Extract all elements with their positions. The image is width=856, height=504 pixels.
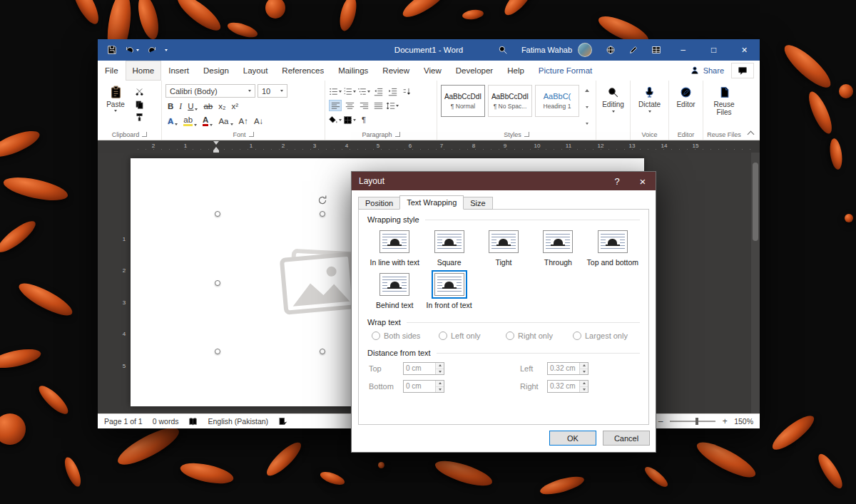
highlight-button[interactable]: ab <box>183 116 197 126</box>
wrap-option-in-line-with-text[interactable]: In line with text <box>367 227 422 267</box>
scrollbar-thumb[interactable] <box>753 163 758 241</box>
format-painter-icon[interactable] <box>135 113 144 122</box>
resize-handle-middle-left[interactable] <box>215 280 220 286</box>
numbering-button[interactable] <box>343 86 356 97</box>
tab-developer[interactable]: Developer <box>449 61 500 81</box>
strikethrough-button[interactable]: ab <box>203 102 213 110</box>
radio-both-sides[interactable]: Both sides <box>372 331 439 340</box>
close-button[interactable]: × <box>729 39 760 61</box>
word-count[interactable]: 0 words <box>153 417 179 426</box>
dialog-tab-size[interactable]: Size <box>463 197 492 210</box>
align-right-button[interactable] <box>357 100 370 111</box>
zoom-slider-thumb[interactable] <box>696 418 698 425</box>
font-name-select[interactable]: Calibri (Body) <box>165 84 255 98</box>
tab-review[interactable]: Review <box>375 61 417 81</box>
share-button[interactable]: Share <box>683 61 731 81</box>
minimize-button[interactable]: – <box>668 39 698 61</box>
collapse-ribbon-chevron[interactable] <box>748 131 755 138</box>
first-line-indent-marker[interactable] <box>213 141 219 145</box>
spinner-up[interactable] <box>580 381 588 387</box>
redo-icon[interactable] <box>147 45 157 55</box>
dialog-help-button[interactable]: ? <box>604 172 630 190</box>
page-indicator[interactable]: Page 1 of 1 <box>104 417 143 426</box>
change-case-button[interactable]: Aa <box>218 117 233 125</box>
resize-handle-bottom-center[interactable] <box>320 349 325 354</box>
paste-button[interactable]: Paste <box>101 83 130 129</box>
distance-right-input[interactable]: 0.32 cm <box>547 380 588 393</box>
language-indicator[interactable]: English (Pakistan) <box>208 417 268 426</box>
show-formatting-button[interactable]: ¶ <box>357 114 370 125</box>
cancel-button[interactable]: Cancel <box>603 431 650 446</box>
wrap-option-square[interactable]: Square <box>422 227 476 267</box>
vertical-scrollbar[interactable] <box>751 153 760 413</box>
tab-design[interactable]: Design <box>196 61 236 81</box>
underline-button[interactable]: U <box>188 102 198 110</box>
tab-mailings[interactable]: Mailings <box>331 61 375 81</box>
spinner-up[interactable] <box>436 363 444 369</box>
justify-button[interactable] <box>372 100 384 111</box>
comments-button[interactable] <box>731 63 754 78</box>
wrap-option-through[interactable]: Through <box>531 227 585 267</box>
presence-button[interactable] <box>599 39 622 61</box>
tab-file[interactable]: File <box>98 61 126 81</box>
grow-font-button[interactable]: A↑ <box>239 117 248 125</box>
shrink-font-button[interactable]: A↓ <box>254 117 263 125</box>
tab-home[interactable]: Home <box>126 61 162 81</box>
account-chip[interactable]: Fatima Wahab <box>514 43 599 57</box>
ok-button[interactable]: OK <box>549 431 596 446</box>
reuse-files-button[interactable]: Reuse Files <box>707 83 741 129</box>
wrap-option-tight[interactable]: Tight <box>477 227 531 267</box>
search-button[interactable] <box>491 39 514 61</box>
font-dialog-launcher[interactable] <box>249 132 254 137</box>
radio-left-only[interactable]: Left only <box>439 331 506 340</box>
spinner-up[interactable] <box>436 381 444 387</box>
tab-layout[interactable]: Layout <box>236 61 275 81</box>
bullets-button[interactable] <box>329 86 342 97</box>
distance-bottom-input[interactable]: 0 cm <box>403 380 444 393</box>
dictate-button[interactable]: Dictate <box>634 83 665 129</box>
zoom-slider[interactable] <box>670 421 715 422</box>
shading-button[interactable] <box>329 114 342 125</box>
spinner-down[interactable] <box>580 387 588 393</box>
copy-icon[interactable] <box>135 100 144 109</box>
radio-right-only[interactable]: Right only <box>506 331 573 340</box>
editing-button[interactable]: Editing <box>600 83 626 129</box>
save-icon[interactable] <box>107 45 117 55</box>
dialog-tab-position[interactable]: Position <box>358 197 400 210</box>
multilevel-list-button[interactable] <box>357 86 370 97</box>
maximize-button[interactable]: □ <box>698 39 729 61</box>
resize-handle-top-center[interactable] <box>320 211 325 217</box>
decrease-indent-button[interactable] <box>372 86 384 97</box>
spinner-down[interactable] <box>436 369 444 375</box>
clipboard-dialog-launcher[interactable] <box>142 132 147 137</box>
dialog-title-bar[interactable]: Layout ? × <box>352 172 656 190</box>
style-no-spacing[interactable]: AaBbCcDdI ¶ No Spac... <box>488 85 532 117</box>
styles-more-caret[interactable] <box>586 123 588 125</box>
dialog-tab-text-wrapping[interactable]: Text Wrapping <box>399 195 464 210</box>
zoom-in-button[interactable]: + <box>721 416 728 426</box>
vertical-ruler[interactable]: 1 2 3 4 5 <box>119 153 129 413</box>
zoom-level[interactable]: 150% <box>734 417 753 426</box>
subscript-button[interactable]: x₂ <box>218 102 225 110</box>
wrap-option-top-and-bottom[interactable]: Top and bottom <box>586 227 640 267</box>
spinner-up[interactable] <box>580 363 588 369</box>
styles-scroll-up[interactable] <box>585 89 589 92</box>
font-size-select[interactable]: 10 <box>258 84 287 98</box>
spell-check-icon[interactable] <box>278 417 287 426</box>
align-left-button[interactable] <box>329 100 342 111</box>
bold-button[interactable]: B <box>168 102 173 110</box>
sort-button[interactable] <box>400 86 413 97</box>
resize-handle-top-left[interactable] <box>215 211 220 217</box>
proofing-book-icon[interactable] <box>188 417 198 426</box>
wrap-option-in-front-of-text[interactable]: In front of text <box>422 270 476 309</box>
paragraph-dialog-launcher[interactable] <box>395 132 400 137</box>
text-effects-button[interactable]: A <box>168 117 178 125</box>
align-center-button[interactable] <box>343 100 356 111</box>
rotate-handle-icon[interactable] <box>317 195 328 206</box>
undo-button[interactable] <box>125 45 139 55</box>
qat-customize-caret[interactable] <box>165 49 168 51</box>
tab-picture-format[interactable]: Picture Format <box>531 61 599 81</box>
italic-button[interactable]: I <box>179 102 182 110</box>
dialog-close-button[interactable]: × <box>630 172 656 190</box>
borders-button[interactable] <box>343 114 356 125</box>
